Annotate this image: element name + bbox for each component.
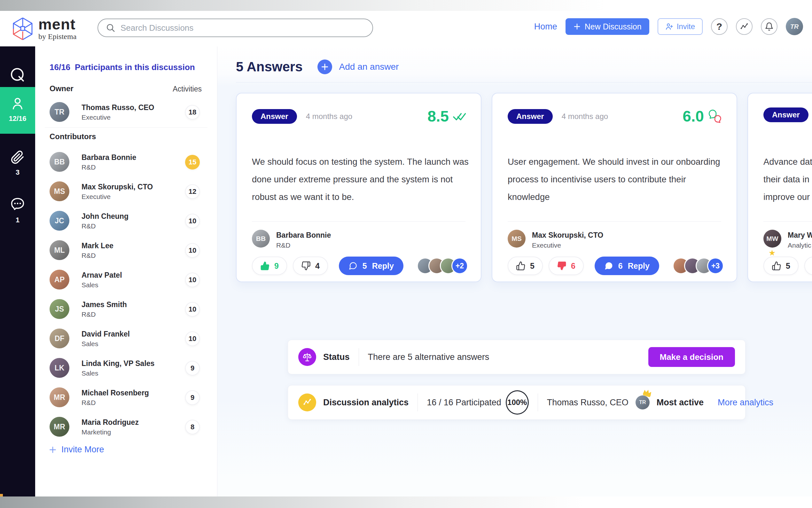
activities-badge: 10 xyxy=(185,302,200,317)
rail-comments-tab[interactable]: 1 xyxy=(0,197,35,224)
rail-comments-count: 1 xyxy=(16,216,19,224)
participant-row[interactable]: LK Linda King, VP Sales Sales 9 xyxy=(46,353,206,383)
thumbs-up-button[interactable]: 5 xyxy=(763,257,799,275)
nav-home-link[interactable]: Home xyxy=(534,22,557,32)
participant-row[interactable]: DF David Frankel Sales 10 xyxy=(46,324,206,353)
panel-divider xyxy=(45,127,207,128)
answers-divider xyxy=(236,82,812,83)
user-plus-icon xyxy=(665,23,674,31)
card-divider xyxy=(252,221,466,222)
avatar: DF xyxy=(50,329,69,348)
user-avatar[interactable]: TR xyxy=(786,18,803,35)
avatar: MS xyxy=(50,181,69,201)
thumbs-down-button[interactable]: 4 xyxy=(293,257,328,275)
thumbs-down-button[interactable]: 6 xyxy=(548,257,584,275)
window-artifact xyxy=(0,494,3,497)
ment-logo-icon xyxy=(12,17,33,41)
app-root: ment by Epistema Home New Discussion xyxy=(0,0,812,508)
thumbs-down-icon xyxy=(557,261,567,271)
most-active-label: Most active xyxy=(657,398,704,408)
more-reactors-badge: +2 xyxy=(451,257,468,274)
answer-body: User engagement. We should invest in our… xyxy=(508,153,724,206)
answer-card[interactable]: Answer 4 months ago 8.5 We should focus … xyxy=(236,93,481,282)
avatar: BB xyxy=(252,230,270,248)
activities-badge: 9 xyxy=(185,390,200,405)
plus-icon xyxy=(573,23,581,30)
more-analytics-link[interactable]: More analytics xyxy=(718,398,773,408)
left-rail: 12/16 3 1 xyxy=(0,46,35,497)
brand-name: ment xyxy=(38,17,77,32)
owner-name: Thomas Russo, CEO xyxy=(82,103,154,112)
thumbs-down-icon xyxy=(301,261,311,271)
owner-row[interactable]: TR Thomas Russo, CEO Executive 18 xyxy=(46,97,206,127)
answer-body: Advance data their data in u improve our… xyxy=(763,153,812,206)
paperclip-icon xyxy=(10,151,25,164)
answer-time: 4 months ago xyxy=(306,112,352,121)
new-discussion-button[interactable]: New Discussion xyxy=(566,18,649,35)
participant-row[interactable]: MS Max Skorupski, CTO Executive 12 xyxy=(46,177,206,206)
activities-badge: 10 xyxy=(185,272,200,287)
invite-button[interactable]: Invite xyxy=(658,18,703,35)
participants-title: Participants in this discussion xyxy=(75,62,195,72)
thumbs-up-button[interactable]: 9 xyxy=(252,257,287,275)
participant-row[interactable]: AP Arnav Patel Sales 10 xyxy=(46,265,206,295)
window-top-strip xyxy=(0,0,812,11)
participants-panel: 16/16Participants in this discussion Own… xyxy=(35,46,218,497)
add-answer-button[interactable]: Add an answer xyxy=(318,59,399,74)
star-icon: ★ xyxy=(768,248,775,257)
participant-row[interactable]: MR Michael Rosenberg R&D 9 xyxy=(46,383,206,412)
chart-icon xyxy=(298,393,316,411)
avatar: MS xyxy=(508,230,526,248)
rail-attachments-tab[interactable]: 3 xyxy=(0,151,35,177)
thumbs-down-button[interactable] xyxy=(804,257,812,275)
invite-more-link[interactable]: Invite More xyxy=(49,444,104,455)
answer-tag: Answer xyxy=(508,109,553,124)
rail-q-logo[interactable] xyxy=(0,66,35,85)
notifications-button[interactable] xyxy=(761,18,777,35)
owner-label: Owner xyxy=(50,84,74,93)
search-input[interactable] xyxy=(120,23,365,33)
make-decision-button[interactable]: Make a decision xyxy=(648,347,735,367)
brand[interactable]: ment by Epistema xyxy=(12,17,77,41)
participant-row[interactable]: JS James Smith R&D 10 xyxy=(46,295,206,324)
debate-bubbles-icon xyxy=(708,110,722,124)
most-active-name: Thomas Russo, CEO xyxy=(547,398,628,408)
reply-button[interactable]: 5 Reply xyxy=(339,257,403,275)
bell-icon xyxy=(765,22,774,31)
participant-row[interactable]: ML Mark Lee R&D 10 xyxy=(46,236,206,265)
reply-button[interactable]: 6 Reply xyxy=(594,257,659,275)
thumbs-up-icon xyxy=(516,261,526,271)
activities-badge: 10 xyxy=(185,243,200,258)
chat-dots-icon xyxy=(10,197,25,212)
scales-icon xyxy=(298,348,316,366)
brand-byline: by Epistema xyxy=(38,32,77,41)
answer-card[interactable]: Answer 4 months ago 6.0 User engagement.… xyxy=(492,93,737,282)
thumbs-up-button[interactable]: 5 xyxy=(508,257,543,275)
reactors-avatars[interactable]: +2 xyxy=(422,257,468,274)
help-button[interactable]: ? xyxy=(711,18,728,35)
analytics-icon xyxy=(740,22,749,31)
rail-participants-tab[interactable]: 12/16 xyxy=(0,96,35,123)
status-text: There are 5 alternative answers xyxy=(368,352,489,362)
search-box[interactable] xyxy=(97,18,373,37)
answer-body: We should focus on testing the system. T… xyxy=(252,153,469,206)
activities-badge: 18 xyxy=(185,105,200,120)
double-check-icon xyxy=(453,111,467,122)
answer-card[interactable]: Answer 4 months ago Advance data their d… xyxy=(748,93,812,282)
divider xyxy=(538,393,538,411)
avatar: ML xyxy=(50,240,69,260)
add-answer-label: Add an answer xyxy=(339,62,399,72)
participant-row[interactable]: JC John Cheung R&D 10 xyxy=(46,206,206,236)
thumbs-up-icon xyxy=(772,261,781,271)
analytics-bar: Discussion analytics 16 / 16 Participate… xyxy=(288,385,746,420)
participant-row[interactable]: MR Maria Rodriguez Marketing 8 xyxy=(46,412,206,442)
more-reactors-badge: +3 xyxy=(707,257,724,274)
analytics-button[interactable] xyxy=(736,18,753,35)
participants-count: 16/16 xyxy=(50,62,70,72)
participant-row[interactable]: BB Barbara Bonnie R&D 15 xyxy=(46,147,206,177)
avatar: MR xyxy=(50,417,69,437)
help-icon: ? xyxy=(716,21,722,32)
thumbs-up-icon xyxy=(260,261,270,271)
reactors-avatars[interactable]: +3 xyxy=(678,257,724,274)
avatar: BB xyxy=(50,152,69,172)
